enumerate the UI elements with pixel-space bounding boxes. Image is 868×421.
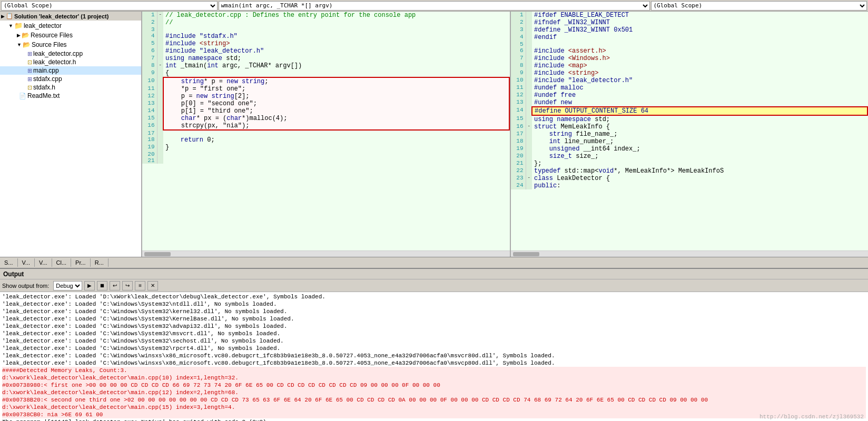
fold-icon[interactable] [526, 55, 532, 62]
output-btn-stop[interactable]: ⏹ [97, 281, 107, 290]
code-text: int _tmain(int argc, _TCHAR* argv[]) [163, 62, 509, 69]
fold-icon[interactable] [526, 182, 532, 189]
fold-icon[interactable]: - [526, 175, 532, 182]
fold-icon[interactable] [526, 69, 532, 77]
fold-icon[interactable] [526, 153, 532, 160]
show-output-label: Show output from: [2, 283, 49, 289]
fold-icon[interactable] [157, 19, 163, 26]
code-line: 19 unsigned __int64 index_; [511, 145, 867, 153]
fold-icon[interactable]: - [157, 12, 163, 19]
code-line: 2#ifndef _WIN32_WINNT [511, 19, 867, 26]
fold-icon[interactable] [526, 145, 532, 153]
line-number: 9 [142, 69, 157, 77]
fold-icon[interactable] [526, 107, 532, 115]
resource-files-folder[interactable]: ▶ 📂 Resource Files [0, 31, 141, 40]
file-label-readme: ReadMe.txt [27, 92, 60, 99]
fold-icon[interactable]: - [157, 62, 163, 69]
fold-icon[interactable] [157, 130, 163, 136]
line-number: 13 [511, 99, 526, 107]
fold-icon[interactable] [526, 138, 532, 145]
output-btn-prev[interactable]: ↩ [110, 281, 120, 290]
cpp-icon: ⊞ [27, 51, 32, 57]
fold-icon[interactable] [526, 115, 532, 123]
code-text: #endif [532, 34, 867, 41]
code-line: 9{ [142, 69, 509, 77]
fold-icon[interactable] [526, 167, 532, 175]
left-editor-content[interactable]: 1-// leak_detector.cpp : Defines the ent… [142, 12, 510, 250]
fold-icon[interactable] [157, 144, 163, 151]
output-content[interactable]: 'leak_detector.exe': Loaded 'D:\xWork\le… [0, 292, 868, 421]
fold-icon[interactable]: - [526, 123, 532, 131]
output-btn-menu[interactable]: ≡ [135, 281, 145, 290]
file-stdafx-cpp[interactable]: ⊞ stdafx.cpp [0, 75, 141, 83]
line-number: 8 [142, 62, 157, 69]
fold-icon[interactable] [157, 77, 163, 85]
file-readme[interactable]: 📄 ReadMe.txt [0, 92, 141, 100]
fold-icon[interactable] [157, 85, 163, 93]
code-text: *p = "first one"; [163, 85, 509, 93]
code-text: return 0; [163, 136, 509, 144]
output-btn-clear[interactable]: ✕ [147, 281, 158, 290]
output-line: #####Detected Memory Leaks, Count:3. [2, 367, 866, 374]
fold-icon[interactable] [157, 69, 163, 77]
fold-icon[interactable] [526, 47, 532, 55]
file-leak-detector-h[interactable]: ⊡ leak_detector.h [0, 58, 141, 66]
file-stdafx-h[interactable]: ⊡ stdafx.h [0, 83, 141, 92]
fold-icon[interactable] [526, 84, 532, 92]
fold-icon[interactable] [526, 19, 532, 26]
fold-icon[interactable] [526, 62, 532, 69]
output-header: Output [0, 269, 868, 279]
function-selector[interactable]: wmain(int argc, _TCHAR *[] argv) [219, 1, 650, 11]
right-editor-content[interactable]: 1#ifdef ENABLE_LEAK_DETECT2#ifndef _WIN3… [511, 12, 868, 250]
tab-v2[interactable]: V... [35, 258, 52, 267]
fold-icon[interactable] [526, 77, 532, 84]
left-hscroll[interactable] [142, 250, 510, 257]
fold-icon[interactable] [526, 131, 532, 138]
fold-icon[interactable] [157, 55, 163, 62]
line-number: 11 [511, 84, 526, 92]
fold-icon[interactable] [526, 160, 532, 167]
line-number: 9 [511, 69, 526, 77]
solution-root[interactable]: ▶ 📋 Solution 'leak_detector' (1 project) [0, 12, 141, 21]
fold-icon[interactable] [157, 151, 163, 157]
fold-icon[interactable] [157, 47, 163, 55]
fold-icon[interactable] [157, 157, 163, 164]
fold-icon[interactable] [157, 136, 163, 144]
fold-icon[interactable] [157, 33, 163, 40]
fold-icon[interactable] [157, 40, 163, 47]
fold-icon[interactable] [526, 26, 532, 34]
fold-icon[interactable] [157, 93, 163, 100]
tab-r[interactable]: R... [91, 258, 108, 267]
readme-icon: 📄 [19, 93, 26, 99]
tab-pr[interactable]: Pr... [71, 258, 91, 267]
bottom-tabs-bar: S... V... V... Cl... Pr... R... [0, 257, 868, 268]
output-source-selector[interactable]: Debug [53, 281, 82, 290]
code-text [163, 26, 509, 33]
fold-icon[interactable] [157, 115, 163, 122]
file-main-cpp[interactable]: ⊞ main.cpp [0, 66, 141, 75]
project-item[interactable]: ▼ 📁 leak_detector [0, 21, 141, 31]
fold-icon[interactable] [157, 26, 163, 33]
fold-icon[interactable] [526, 99, 532, 107]
tab-cl[interactable]: Cl... [52, 258, 72, 267]
output-btn-run[interactable]: ▶ [84, 281, 95, 290]
right-scope-selector[interactable]: (Global Scope) [651, 1, 867, 11]
fold-icon[interactable] [157, 107, 163, 115]
source-files-folder[interactable]: ▼ 📂 Source Files [0, 40, 141, 49]
code-line: 15using namespace std; [511, 115, 867, 123]
tab-v1[interactable]: V... [18, 258, 35, 267]
tab-s[interactable]: S... [0, 258, 18, 267]
fold-icon[interactable] [157, 100, 163, 107]
output-btn-next[interactable]: ↪ [122, 281, 133, 290]
file-leak-detector-cpp[interactable]: ⊞ leak_detector.cpp [0, 49, 141, 58]
output-line: 'leak_detector.exe': Loaded 'C:\Windows\… [2, 315, 866, 323]
left-scope-selector[interactable]: (Global Scope) [1, 1, 218, 11]
fold-icon[interactable] [526, 12, 532, 19]
fold-icon[interactable] [157, 122, 163, 130]
fold-icon[interactable] [526, 34, 532, 41]
fold-icon[interactable] [526, 92, 532, 99]
right-hscroll[interactable] [511, 250, 868, 257]
left-editor: 1-// leak_detector.cpp : Defines the ent… [142, 12, 511, 257]
line-number: 19 [511, 145, 526, 153]
fold-icon[interactable] [526, 41, 532, 47]
